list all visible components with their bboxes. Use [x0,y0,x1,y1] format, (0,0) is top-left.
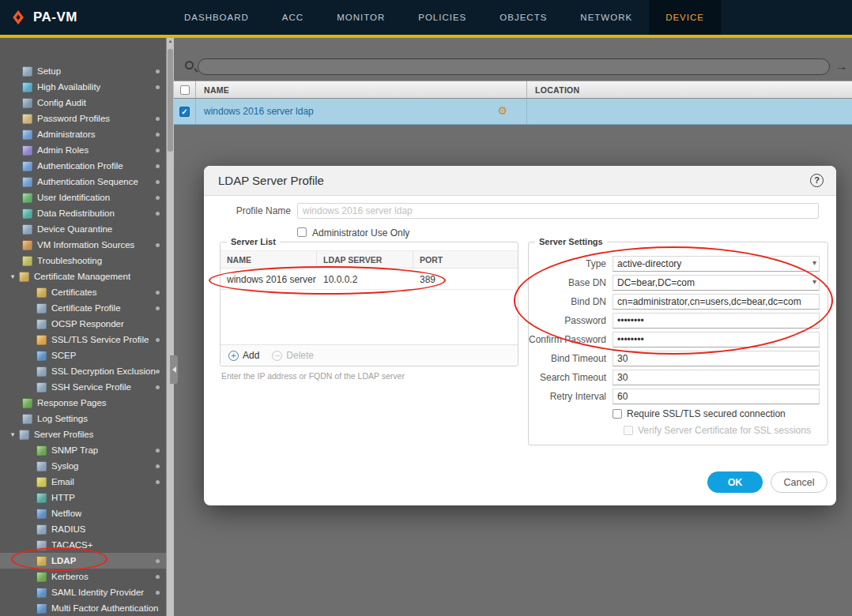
sidebar-item[interactable]: ▾ Certificates [0,284,166,300]
sidebar-collapse-handle[interactable] [170,355,178,384]
sidebar-item[interactable]: ▾ Email [0,474,166,490]
sidebar-item[interactable]: ▾ Device Quarantine [0,221,166,237]
sidebar-item[interactable]: ▾ Config Audit [0,95,166,111]
server-port-cell[interactable]: 389 [413,269,518,289]
sidebar-item[interactable]: ▾ SSL/TLS Service Profile [0,332,166,347]
field-input[interactable] [613,389,820,404]
pan-os-screen: PA-VM DASHBOARD ACC MONITOR POLICIES OBJ… [0,0,852,616]
settings-checkbox[interactable] [613,409,622,419]
sidebar-item[interactable]: ▾ User Identification [0,190,166,205]
sidebar-item[interactable]: ▾ RADIUS [0,521,166,537]
column-header-name[interactable]: NAME [196,81,527,98]
server-list-legend: Server List [227,237,280,246]
nav-tab[interactable]: POLICIES [401,0,483,35]
sidebar-item[interactable]: ▾ Admin Roles [0,142,166,158]
field-input[interactable] [613,370,820,385]
table-row[interactable]: ✓ windows 2016 server ldap ⚙ [174,99,852,125]
sidebar-item[interactable]: ▾ Authentication Profile [0,158,166,174]
sidebar-scrollbar[interactable]: ▲ [166,38,174,616]
row-checkbox[interactable]: ✓ [179,107,190,117]
sidebar-item-icon [22,98,32,108]
sidebar-item-icon [22,208,32,219]
sidebar-item[interactable]: ▾ SCEP [0,347,166,363]
sidebar-item[interactable]: ▾ Authentication Sequence [0,174,166,190]
select-all-checkbox[interactable] [180,85,190,95]
help-icon[interactable]: ? [810,174,824,187]
cancel-button[interactable]: Cancel [771,471,827,493]
sidebar-item[interactable]: ▾ SSL Decryption Exclusion [0,363,166,379]
sidebar-item[interactable]: ▾ SNMP Trap [0,442,166,458]
sidebar-item[interactable]: ▾ LDAP [0,553,166,569]
sidebar-item[interactable]: ▾ TACACS+ [0,537,166,553]
server-name-cell[interactable]: windows 2016 server [221,269,317,289]
sidebar-item[interactable]: ▾ Setup [0,63,166,79]
scrollbar-thumb[interactable] [168,49,173,152]
sidebar-item[interactable]: ▾ Kerberos [0,569,166,584]
sidebar-item[interactable]: ▾ Multi Factor Authentication [0,600,166,616]
settings-checkbox-label: Require SSL/TLS secured connection [627,408,786,419]
field-input[interactable] [613,294,820,310]
sidebar-item[interactable]: ▾ Netflow [0,505,166,521]
add-button[interactable]: + Add [228,350,259,361]
field-input[interactable] [613,313,820,329]
sidebar-item-icon [22,177,32,187]
sidebar-item[interactable]: ▾ SAML Identity Provider [0,584,166,600]
settings-checkbox-row: Verify Server Certificate for SSL sessio… [624,422,811,438]
sidebar-item[interactable]: ▾ SSH Service Profile [0,379,166,395]
sidebar-item-label: User Identification [37,193,110,202]
nav-tab[interactable]: DEVICE [649,0,721,35]
field-input[interactable] [613,275,820,291]
field-input[interactable] [613,351,820,366]
sidebar-item-label: OCSP Responder [51,319,124,329]
sidebar-item-label: SSL/TLS Service Profile [51,335,149,344]
sidebar-item[interactable]: ▾ VM Information Sources [0,237,166,253]
sidebar-item[interactable]: ▾ Administrators [0,126,166,142]
dropdown-chevron-icon[interactable]: ▾ [812,277,816,286]
gear-icon[interactable]: ⚙ [497,105,507,116]
profile-link[interactable]: windows 2016 server ldap [204,106,314,117]
sidebar-item[interactable]: ▾ OCSP Responder [0,316,166,332]
sidebar-item-icon [22,414,32,424]
apply-filter-arrow-icon[interactable]: → [835,59,847,73]
column-header-location[interactable]: LOCATION [527,81,852,98]
nav-tab[interactable]: DASHBOARD [168,0,266,35]
sidebar-item-icon [36,477,47,487]
sidebar-item[interactable]: ▾ Password Profiles [0,111,166,126]
item-dot [156,306,160,310]
brand[interactable]: PA-VM [9,0,77,35]
paloalto-logo-icon [9,9,27,26]
sidebar-item[interactable]: ▾ Log Settings [0,411,166,426]
dropdown-chevron-icon[interactable]: ▾ [812,258,816,267]
field-input[interactable] [613,256,820,272]
item-dot [156,117,160,121]
nav-tab[interactable]: ACC [266,0,320,35]
admin-only-checkbox[interactable] [297,227,307,237]
sidebar-item[interactable]: ▾ Troubleshooting [0,253,166,269]
search-input[interactable] [198,58,830,75]
ok-button[interactable]: OK [707,471,763,493]
nav-tab[interactable]: MONITOR [320,0,401,35]
delete-button[interactable]: − Delete [272,350,314,361]
sidebar-item[interactable]: ▾ Response Pages [0,395,166,411]
server-list-header: NAME LDAP SERVER PORT [221,250,518,269]
sidebar-item[interactable]: ▾ Syslog [0,458,166,474]
sidebar-item[interactable]: ▾ High Availability [0,79,166,95]
nav-tab[interactable]: NETWORK [564,0,649,35]
chevron-down-icon[interactable]: ▾ [6,272,19,280]
settings-checkbox[interactable] [624,426,633,435]
nav-tab[interactable]: OBJECTS [483,0,564,35]
main-menu: DASHBOARD ACC MONITOR POLICIES OBJECTS N… [168,0,721,35]
sidebar-item[interactable]: ▾ HTTP [0,490,166,505]
server-address-cell[interactable]: 10.0.0.2 [317,269,413,289]
profile-name-input[interactable] [297,203,819,219]
sidebar-item[interactable]: ▾ Certificate Management [0,269,166,284]
chevron-down-icon[interactable]: ▾ [6,430,19,438]
add-label: Add [243,350,259,361]
sidebar-item[interactable]: ▾ Server Profiles [0,426,166,442]
field-input[interactable] [613,332,820,347]
sidebar-item-icon [22,82,32,92]
server-row[interactable]: windows 2016 server 10.0.0.2 389 [221,269,518,290]
sidebar-item[interactable]: ▾ Data Redistribution [0,205,166,221]
scroll-up-arrow-icon[interactable]: ▲ [167,39,174,43]
sidebar-item[interactable]: ▾ Certificate Profile [0,300,166,316]
